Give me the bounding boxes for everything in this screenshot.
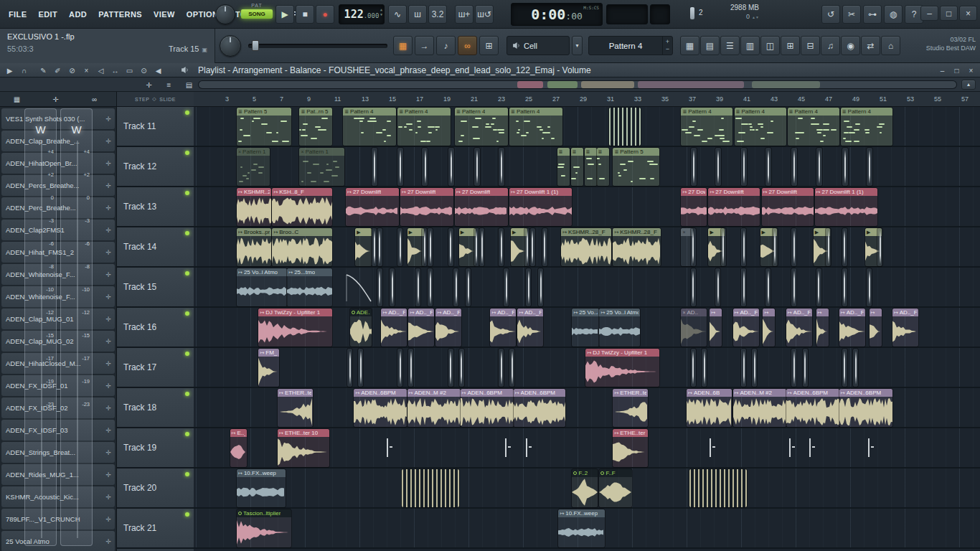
track-led[interactable] <box>185 231 189 235</box>
clip-ad-f[interactable]: ↦AD.._F <box>408 309 434 347</box>
clip[interactable] <box>789 438 795 457</box>
clip-ad-f[interactable]: ↦AD.._F <box>381 309 407 347</box>
clip[interactable] <box>741 349 746 387</box>
master-volume-slider[interactable] <box>248 44 387 48</box>
clip-pattern-4[interactable]: ≣Pattern 4 <box>788 108 839 146</box>
clip-kshmr-28-f[interactable]: ↦KSHMR..28_F <box>237 188 271 226</box>
clip[interactable] <box>791 268 796 306</box>
clip-27-downlift[interactable]: ↦27 Downlift <box>400 188 453 226</box>
picker-item[interactable]: 789LPF..._V1_CRUNCH✛ <box>1 509 115 529</box>
menu-view[interactable]: VIEW <box>148 10 181 19</box>
browser-button[interactable]: ◫ <box>760 36 780 55</box>
track-led[interactable] <box>185 311 189 316</box>
clip[interactable] <box>842 148 848 186</box>
clip[interactable] <box>715 148 721 186</box>
clip-aden-6bpm[interactable]: ↦ADEN..6BPM <box>839 389 892 427</box>
link-tab[interactable]: ∞ <box>88 93 101 105</box>
clip[interactable] <box>387 438 392 457</box>
track-header[interactable]: Track 12 <box>117 147 194 187</box>
clip[interactable] <box>868 438 874 457</box>
clip-fm-f[interactable]: ↦FM_.._F <box>258 349 279 387</box>
track-led[interactable] <box>185 352 189 356</box>
clip-e-4[interactable]: ↦E.._4 <box>230 429 247 467</box>
wait-for-input-icon[interactable]: ш <box>408 5 427 24</box>
clip-10-fx-weep[interactable]: ↦10.FX..weep <box>237 469 286 507</box>
clip-aden-6bpm[interactable]: ↦ADEN..6BPM <box>461 389 514 427</box>
blend-notes-icon[interactable]: ш+ <box>455 5 473 24</box>
record-button[interactable]: ● <box>316 5 334 24</box>
pattern-spinner[interactable]: +− <box>662 37 672 55</box>
picker-item[interactable]: ADEN_Clap_Breathe_...✛ <box>1 131 115 151</box>
channel-rack-button[interactable]: ▦ <box>393 36 413 55</box>
clip[interactable] <box>524 228 529 266</box>
select-tool[interactable]: ▭ <box>123 65 136 76</box>
clip[interactable] <box>867 268 872 306</box>
pat-mode-label[interactable]: PAT <box>241 3 273 8</box>
clip-pattern-4[interactable]: ≣Pattern 4 <box>509 108 562 146</box>
clip-pattern-5[interactable]: ≣Pattern 5 <box>613 148 659 186</box>
clip[interactable] <box>842 349 847 387</box>
clip-pattern-4[interactable]: ≣Pattern 4 <box>455 108 508 146</box>
clip[interactable] <box>372 148 377 186</box>
main-volume-knob[interactable] <box>215 4 235 24</box>
clip-ad-f[interactable]: ↦AD.._F <box>733 309 759 347</box>
touch-keyboard-button[interactable]: ♫ <box>821 36 840 55</box>
clip-pat-rn-5[interactable]: ≣Pat..rn 5 <box>299 108 332 146</box>
clip[interactable] <box>741 228 746 266</box>
clip[interactable]: ▶ <box>407 228 424 266</box>
maximize-button[interactable]: □ <box>940 6 958 21</box>
picker-item[interactable]: 25 Vocal Atmo✛ <box>1 531 115 551</box>
clip[interactable] <box>691 349 696 387</box>
metronome-icon[interactable]: ∿ <box>388 5 407 24</box>
clip-tascion-ltiplier[interactable]: Tascion..ltiplier <box>237 509 291 547</box>
clip[interactable] <box>538 268 543 306</box>
clip[interactable] <box>530 228 535 266</box>
clip[interactable] <box>504 268 509 306</box>
clip[interactable] <box>803 349 808 387</box>
clip[interactable] <box>466 268 471 306</box>
clip-pattern-4[interactable]: ≣Pattern 4 <box>343 108 396 146</box>
clip[interactable] <box>474 148 480 186</box>
clip[interactable] <box>816 268 821 306</box>
clip-dj-twizzy-upfilter-1[interactable]: ↦DJ TwiZzy - Upfilter 1 <box>258 309 332 347</box>
clip[interactable]: ↦ <box>763 309 775 347</box>
track-header[interactable]: Track 11 <box>117 107 194 147</box>
clip[interactable] <box>715 268 720 306</box>
clip[interactable] <box>428 228 433 266</box>
clip[interactable] <box>791 228 796 266</box>
note-button[interactable]: ♪ <box>436 36 456 55</box>
clip-ethe-ter-10[interactable]: ↦ETHE..ter 10 <box>613 429 648 467</box>
clip[interactable] <box>609 108 641 146</box>
link-button[interactable]: ∞ <box>458 36 477 55</box>
horizontal-scrollbar[interactable] <box>198 80 957 89</box>
clip[interactable]: ▶ <box>459 228 476 266</box>
track-header[interactable]: Track 20 <box>117 468 194 509</box>
clip-ad-f[interactable]: ↦AD.._F <box>435 309 461 347</box>
picker-item[interactable]: ADEN_Perc_Breathe...✛ <box>1 197 115 218</box>
clip[interactable] <box>842 228 847 266</box>
clip[interactable]: ≣ <box>597 148 609 186</box>
loop-record-icon[interactable]: ш↺ <box>475 5 494 24</box>
memory-spinner-icon[interactable]: ▲▼ <box>752 15 759 19</box>
track-header[interactable]: Track 16 <box>117 308 194 348</box>
clip-ad-f[interactable]: ↦AD.._F <box>839 309 865 347</box>
clip-f-f[interactable]: F..F <box>599 469 632 507</box>
master-pitch-knob[interactable] <box>220 35 241 57</box>
picker-item[interactable]: ADEN_Rides_MUG_1...✛ <box>1 464 115 485</box>
clip-27-downlift[interactable]: ↦27 Downlift <box>708 188 760 226</box>
pl-close-button[interactable]: × <box>964 65 978 76</box>
picker-item[interactable]: ADEN_HihatOpen_Br...✛ <box>1 153 115 174</box>
clip[interactable]: ↦ <box>870 309 882 347</box>
clip-aden-m-2[interactable]: ↦ADEN..M #2 <box>733 389 786 427</box>
scissors-icon[interactable]: ✂ <box>842 5 861 24</box>
clip[interactable] <box>721 228 726 266</box>
clip[interactable]: ≣ <box>557 148 570 186</box>
mini-slider-handle[interactable] <box>690 7 694 19</box>
stop-button[interactable]: ■ <box>296 5 314 24</box>
clip-aden-m-2[interactable]: ↦ADEN..M #2 <box>407 389 461 427</box>
clip-dj-twizzy-upfilter-1[interactable]: ↦DJ TwiZzy - Upfilter 1 <box>585 349 659 387</box>
clip-27-downlift[interactable]: ↦27 Downlift <box>346 188 399 226</box>
clip[interactable] <box>791 148 797 186</box>
clip-kshmr-28-f[interactable]: ↦KSHMR..28_F <box>613 228 661 266</box>
spinner-down-icon[interactable]: ▼ <box>380 12 382 17</box>
